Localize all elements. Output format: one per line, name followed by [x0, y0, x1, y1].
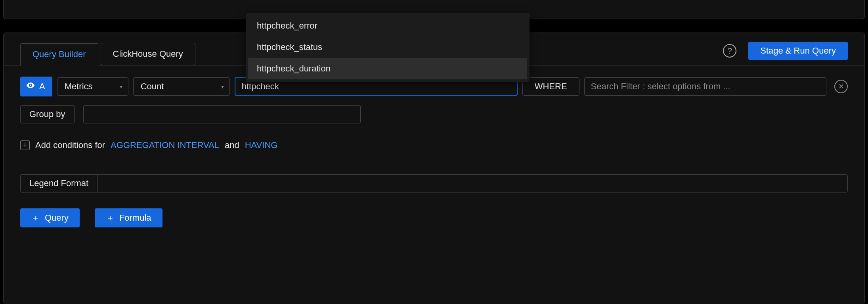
legend-format-label: Legend Format [21, 175, 98, 192]
expand-conditions-button[interactable]: + [20, 140, 30, 150]
help-icon[interactable]: ? [723, 44, 736, 58]
bottom-buttons: ＋ Query ＋ Formula [20, 208, 848, 227]
add-formula-button[interactable]: ＋ Formula [95, 208, 163, 227]
close-icon: ✕ [838, 82, 844, 91]
legend-format-row: Legend Format [20, 174, 848, 192]
conditions-row: + Add conditions for AGGREGATION INTERVA… [20, 140, 848, 150]
clear-query-button[interactable]: ✕ [834, 80, 848, 93]
button-label: Formula [119, 213, 151, 223]
search-filter-input[interactable] [584, 77, 826, 96]
groupby-input[interactable] [83, 105, 361, 123]
aggregation-select[interactable]: Count ▾ [133, 77, 230, 96]
query-chip-a[interactable]: A [20, 77, 52, 96]
aggregation-interval-link[interactable]: AGGREGATION INTERVAL [111, 140, 219, 150]
tab-label: Query Builder [33, 49, 86, 60]
plus-icon: ＋ [106, 212, 115, 224]
item-label: httpcheck_status [257, 42, 322, 52]
having-link[interactable]: HAVING [245, 140, 278, 150]
select-value: Count [141, 81, 164, 92]
groupby-label: Group by [20, 105, 75, 123]
button-label: WHERE [535, 81, 567, 92]
item-label: httpcheck_duration [257, 63, 331, 73]
tab-query-builder[interactable]: Query Builder [20, 43, 98, 66]
where-button[interactable]: WHERE [522, 77, 579, 96]
eye-icon [26, 81, 35, 92]
chevron-down-icon: ▾ [221, 83, 224, 90]
conditions-and: and [225, 140, 239, 150]
add-query-button[interactable]: ＋ Query [20, 208, 80, 227]
button-label: Query [45, 213, 69, 223]
chevron-down-icon: ▾ [120, 83, 122, 90]
dropdown-item-httpcheck-status[interactable]: httpcheck_status [248, 37, 527, 58]
tab-clickhouse-query[interactable]: ClickHouse Query [101, 43, 195, 65]
legend-format-input[interactable] [98, 175, 847, 192]
stage-run-query-button[interactable]: Stage & Run Query [748, 42, 848, 60]
dropdown-item-httpcheck-error[interactable]: httpcheck_error [248, 15, 527, 37]
groupby-row: Group by [20, 105, 848, 123]
builder-body: A Metrics ▾ Count ▾ WHERE ✕ Group by [4, 65, 864, 239]
button-label: Stage & Run Query [760, 46, 836, 56]
chip-label: A [39, 81, 45, 92]
conditions-text: Add conditions for [35, 140, 105, 150]
plus-icon: ＋ [31, 212, 40, 224]
metric-autocomplete-dropdown: httpcheck_error httpcheck_status httpche… [246, 13, 530, 82]
dropdown-item-httpcheck-duration[interactable]: httpcheck_duration [248, 58, 527, 79]
select-value: Metrics [65, 81, 93, 92]
item-label: httpcheck_error [257, 21, 317, 31]
metrics-select[interactable]: Metrics ▾ [57, 77, 128, 96]
tab-label: ClickHouse Query [113, 49, 183, 59]
